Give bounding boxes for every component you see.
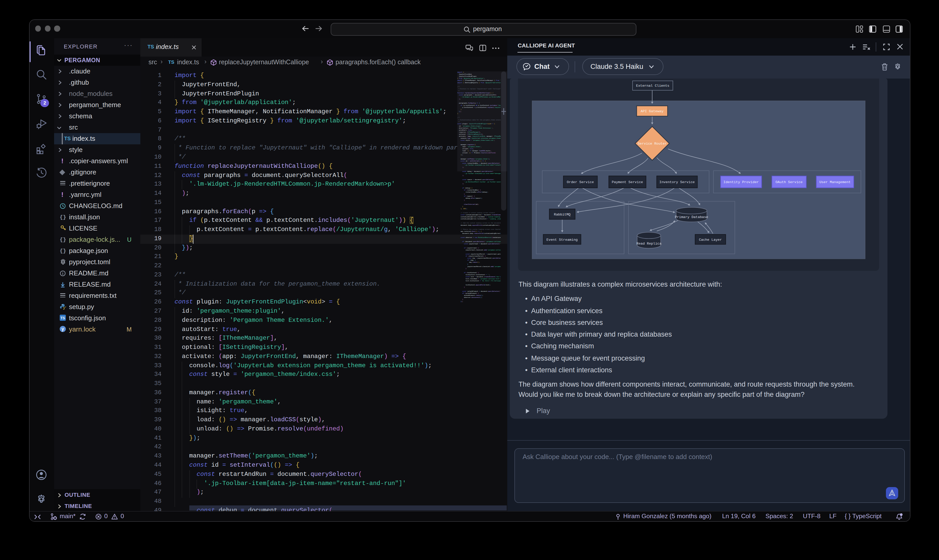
svg-text:Payment Service: Payment Service bbox=[612, 180, 643, 184]
svg-text:External Clients: External Clients bbox=[636, 84, 670, 88]
svg-text:User Management: User Management bbox=[820, 180, 851, 184]
svg-text:Event Streaming: Event Streaming bbox=[547, 238, 578, 242]
svg-text:Cache Layer: Cache Layer bbox=[699, 238, 722, 242]
svg-text:Primary Database: Primary Database bbox=[675, 215, 709, 219]
svg-text:Service Router: Service Router bbox=[638, 142, 667, 146]
svg-text:Read Replica: Read Replica bbox=[637, 242, 661, 246]
svg-text:RabbitMQ: RabbitMQ bbox=[554, 213, 571, 217]
svg-text:Identity Provider: Identity Provider bbox=[724, 180, 759, 184]
svg-text:OAuth Service: OAuth Service bbox=[776, 180, 803, 184]
svg-text:Inventory Service: Inventory Service bbox=[660, 180, 695, 184]
svg-text:API Gateway: API Gateway bbox=[641, 109, 664, 113]
svg-text:Order Service: Order Service bbox=[567, 180, 594, 184]
